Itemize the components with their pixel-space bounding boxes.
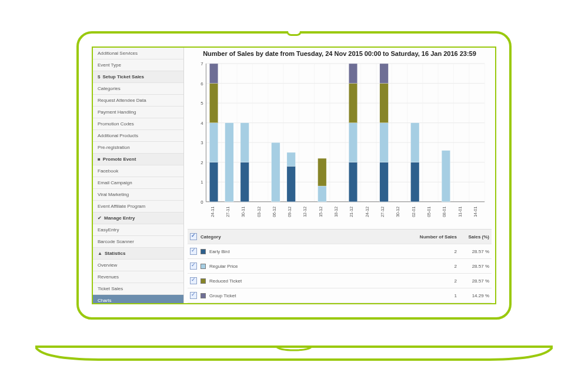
svg-rect-74: [410, 162, 419, 202]
cell-percent: 14.29 %: [457, 293, 489, 298]
svg-text:0: 0: [201, 200, 203, 205]
sidebar-item-categories[interactable]: Categories: [93, 83, 183, 95]
svg-rect-62: [287, 166, 295, 201]
sidebar-item-payment-handling[interactable]: Payment Handling: [93, 107, 183, 118]
sidebar-item-event-affiliate-program[interactable]: Event Affiliate Program: [93, 201, 183, 212]
section-icon: $: [98, 74, 100, 79]
svg-text:05-01: 05-01: [427, 207, 431, 217]
svg-rect-64: [318, 186, 326, 202]
sidebar-item-ticket-sales[interactable]: Ticket Sales: [93, 283, 183, 295]
cell-percent: 28.57 %: [457, 249, 489, 254]
sidebar-item-easyentry[interactable]: EasyEntry: [93, 224, 183, 236]
svg-rect-58: [225, 123, 233, 202]
cell-category: Early Bird: [201, 249, 407, 254]
chart-title: Number of Sales by date from Tuesday, 24…: [188, 48, 492, 60]
row-checkbox[interactable]: [190, 248, 197, 255]
cell-number: 1: [407, 293, 457, 298]
svg-rect-63: [287, 152, 295, 166]
svg-text:15-12: 15-12: [319, 207, 323, 217]
app-window: Additional ServicesEvent Type$Setup Tick…: [92, 46, 496, 304]
svg-rect-76: [442, 151, 450, 202]
sidebar-item-label: Barcode Scanner: [98, 239, 134, 244]
row-checkbox[interactable]: [190, 292, 197, 299]
sidebar-item-overview[interactable]: Overview: [93, 260, 183, 271]
sidebar: Additional ServicesEvent Type$Setup Tick…: [93, 48, 184, 303]
svg-text:06-12: 06-12: [272, 207, 276, 217]
sidebar-item-email-campaign[interactable]: Email Campaign: [93, 177, 183, 189]
svg-text:03-12: 03-12: [257, 207, 261, 217]
sidebar-item-request-attendee-data[interactable]: Request Attendee Data: [93, 95, 183, 107]
laptop-frame: Additional ServicesEvent Type$Setup Tick…: [35, 31, 553, 361]
svg-text:21-12: 21-12: [350, 207, 354, 217]
svg-rect-69: [349, 64, 357, 84]
sidebar-item-additional-services[interactable]: Additional Services: [93, 48, 183, 59]
sidebar-section-statistics: ▲Statistics: [93, 248, 183, 260]
section-icon: ✔: [98, 215, 102, 221]
sidebar-item-label: Additional Products: [98, 133, 138, 138]
svg-rect-61: [272, 142, 280, 202]
svg-text:02-01: 02-01: [412, 207, 416, 217]
svg-rect-54: [209, 162, 218, 202]
chart-canvas: 0123456724-1127-1130-1103-1206-1209-1212…: [190, 61, 489, 227]
sidebar-item-label: Overview: [98, 263, 117, 268]
cell-number: 2: [407, 264, 457, 269]
row-checkbox[interactable]: [190, 263, 197, 270]
category-label: Early Bird: [209, 249, 230, 254]
sidebar-item-charts[interactable]: Charts: [93, 295, 183, 303]
color-swatch: [201, 278, 206, 284]
category-label: Reduced Ticket: [209, 278, 242, 284]
category-label: Group Ticket: [209, 293, 236, 298]
svg-text:1: 1: [201, 180, 203, 185]
sidebar-item-label: Payment Handling: [98, 109, 136, 115]
table-row: Group Ticket114.29 %: [188, 288, 492, 303]
laptop-base: [35, 325, 553, 361]
svg-rect-73: [380, 64, 388, 84]
th-number: Number of Sales: [407, 234, 457, 240]
sidebar-item-label: Request Attendee Data: [98, 98, 146, 103]
svg-text:5: 5: [201, 101, 203, 106]
sidebar-item-label: Charts: [98, 298, 112, 303]
sidebar-item-barcode-scanner[interactable]: Barcode Scanner: [93, 236, 183, 248]
select-all-checkbox[interactable]: [190, 233, 197, 240]
sidebar-item-label: EasyEntry: [98, 227, 119, 232]
cell-number: 2: [407, 249, 457, 254]
sidebar-item-label: Pre-registration: [98, 145, 130, 150]
row-checkbox[interactable]: [190, 277, 197, 284]
svg-text:27-11: 27-11: [226, 207, 230, 217]
sidebar-item-label: Categories: [98, 86, 121, 91]
svg-text:24-11: 24-11: [211, 207, 215, 217]
svg-rect-55: [209, 123, 218, 162]
sidebar-item-event-type[interactable]: Event Type: [93, 59, 183, 71]
laptop-screen: Additional ServicesEvent Type$Setup Tick…: [76, 31, 512, 320]
sidebar-item-promotion-codes[interactable]: Promotion Codes: [93, 118, 183, 130]
color-swatch: [201, 293, 206, 298]
sidebar-item-additional-products[interactable]: Additional Products: [93, 130, 183, 142]
sidebar-item-viral-marketing[interactable]: Viral Marketing: [93, 189, 183, 201]
svg-rect-57: [209, 64, 218, 84]
svg-text:24-12: 24-12: [365, 207, 369, 217]
svg-rect-75: [410, 123, 419, 162]
category-table: Category Number of Sales Sales (%) Early…: [188, 229, 492, 303]
svg-text:14-01: 14-01: [473, 207, 477, 217]
th-pct: Sales (%): [457, 234, 489, 240]
sidebar-section-promote-event: ■Promote Event: [93, 154, 183, 165]
sidebar-item-label: Email Campaign: [98, 180, 132, 185]
svg-text:3: 3: [201, 140, 203, 145]
table-row: Reduced Ticket228.57 %: [188, 274, 492, 288]
category-label: Regular Price: [209, 264, 238, 269]
svg-text:2: 2: [201, 160, 203, 165]
sidebar-item-revenues[interactable]: Revenues: [93, 271, 183, 283]
svg-rect-59: [240, 162, 249, 202]
color-swatch: [201, 264, 206, 269]
cell-category: Group Ticket: [201, 293, 407, 298]
main-content: Number of Sales by date from Tuesday, 24…: [184, 48, 495, 303]
sidebar-item-facebook[interactable]: Facebook: [93, 165, 183, 177]
svg-text:11-01: 11-01: [458, 207, 462, 217]
svg-text:09-12: 09-12: [288, 207, 292, 217]
sidebar-item-label: Promotion Codes: [98, 121, 134, 127]
sidebar-item-pre-registration[interactable]: Pre-registration: [93, 142, 183, 154]
svg-text:30-11: 30-11: [241, 207, 245, 217]
table-row: Regular Price228.57 %: [188, 259, 492, 274]
sidebar-item-label: Statistics: [105, 251, 126, 256]
section-icon: ▲: [98, 251, 102, 256]
